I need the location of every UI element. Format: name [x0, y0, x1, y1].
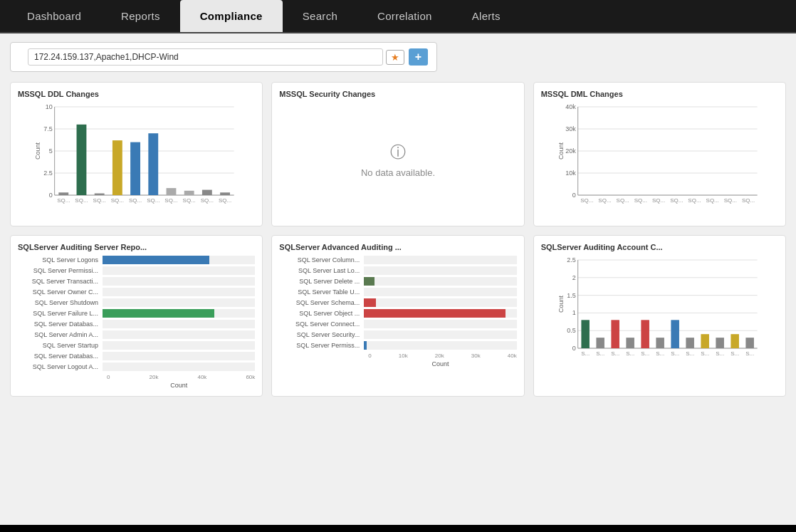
- svg-text:7.5: 7.5: [43, 125, 53, 132]
- axis-label: 10k: [399, 353, 408, 359]
- svg-text:S...: S...: [716, 350, 724, 357]
- hbar-row-sqlserver-advanced-6: SQL Server Connect...: [282, 320, 516, 328]
- main-content: ★ + MSSQL DDL Changes107.552.50CountSQ..…: [0, 33, 796, 525]
- bar-sqlserver-account-4: [641, 320, 649, 348]
- hbar-fill-5: [364, 309, 505, 318]
- hbar-track-10: [103, 363, 255, 371]
- nav-tab-compliance[interactable]: Compliance: [180, 0, 283, 32]
- svg-text:SQ...: SQ...: [670, 197, 683, 204]
- hbar-row-sqlserver-auditing-10: SQL Server Logout A...: [21, 363, 255, 371]
- chart-title-mssql-security: MSSQL Security Changes: [279, 90, 516, 98]
- hbar-label-0: SQL Server Logons: [21, 256, 103, 264]
- svg-text:SQ...: SQ...: [706, 197, 718, 204]
- chart-title-sqlserver-auditing: SQLServer Auditing Server Repo...: [18, 243, 255, 251]
- hbar-track-4: [364, 298, 516, 307]
- bar-sqlserver-account-2: [611, 320, 619, 348]
- hbar-track-1: [364, 266, 516, 275]
- hbar-track-3: [364, 288, 516, 296]
- hbar-track-9: [103, 352, 255, 360]
- hbar-row-sqlserver-auditing-4: SQL Server Shutdown: [21, 298, 255, 307]
- svg-text:SQ...: SQ...: [616, 197, 629, 204]
- nav-tab-correlation[interactable]: Correlation: [357, 0, 452, 32]
- hbar-label-10: SQL Server Logout A...: [21, 363, 103, 370]
- bar-mssql-ddl-4: [130, 142, 140, 195]
- hbar-label-9: SQL Server Databas...: [21, 353, 103, 360]
- hbar-track-5: [103, 309, 255, 318]
- hbar-fill-0: [103, 256, 209, 264]
- hbar-row-sqlserver-advanced-7: SQL Server Security...: [282, 330, 516, 339]
- svg-text:0.5: 0.5: [567, 327, 576, 334]
- svg-text:S...: S...: [701, 350, 709, 357]
- bar-sqlserver-account-9: [716, 338, 724, 348]
- nav-tab-search[interactable]: Search: [283, 0, 357, 32]
- hbar-track-7: [103, 330, 255, 339]
- axis-label: 20k: [150, 374, 159, 380]
- device-add-button[interactable]: +: [409, 48, 428, 66]
- hbar-row-sqlserver-advanced-0: SQL Server Column...: [282, 256, 516, 264]
- hbar-label-4: SQL Server Schema...: [282, 299, 364, 306]
- chart-card-mssql-dml: MSSQL DML Changes40k30k20k10k0CountSQ...…: [533, 82, 786, 226]
- nav-tab-reports[interactable]: Reports: [101, 0, 180, 32]
- nav-tab-dashboard[interactable]: Dashboard: [7, 0, 101, 32]
- bar-mssql-ddl-2: [95, 194, 105, 195]
- svg-text:0: 0: [49, 192, 53, 199]
- chart-card-sqlserver-account: SQLServer Auditing Account C...2.521.510…: [533, 235, 786, 397]
- svg-text:10: 10: [46, 103, 53, 110]
- device-selector-input[interactable]: [28, 48, 383, 66]
- svg-text:Count: Count: [557, 296, 564, 313]
- hbar-label-0: SQL Server Column...: [282, 256, 364, 264]
- chart-card-sqlserver-auditing: SQLServer Auditing Server Repo...SQL Ser…: [10, 235, 263, 397]
- chart-title-mssql-dml: MSSQL DML Changes: [541, 90, 778, 98]
- bar-mssql-ddl-3: [112, 140, 122, 195]
- bar-sqlserver-account-5: [656, 338, 664, 348]
- svg-text:SQ...: SQ...: [129, 197, 142, 204]
- charts-grid: MSSQL DDL Changes107.552.50CountSQ...SQ.…: [10, 82, 786, 397]
- svg-text:5: 5: [49, 147, 53, 155]
- hbar-row-sqlserver-advanced-2: SQL Server Delete ...: [282, 277, 516, 286]
- svg-text:SQ...: SQ...: [652, 197, 665, 204]
- bar-mssql-ddl-9: [220, 192, 230, 195]
- axis-label: 20k: [435, 353, 444, 359]
- svg-text:30k: 30k: [565, 125, 576, 132]
- hbar-row-sqlserver-advanced-4: SQL Server Schema...: [282, 298, 516, 307]
- device-star-button[interactable]: ★: [386, 50, 404, 65]
- svg-text:SQ...: SQ...: [688, 197, 701, 204]
- no-data-text: No data available.: [361, 167, 435, 178]
- hbar-track-0: [364, 256, 516, 264]
- svg-text:SQ...: SQ...: [111, 197, 124, 204]
- svg-text:SQ...: SQ...: [598, 197, 611, 204]
- hbar-track-1: [103, 266, 255, 275]
- no-data-message: ⓘNo data available.: [279, 103, 516, 217]
- hbar-label-8: SQL Server Startup: [21, 342, 103, 349]
- svg-text:0: 0: [572, 192, 575, 199]
- svg-text:2.5: 2.5: [567, 256, 576, 264]
- hbar-track-6: [364, 320, 516, 328]
- svg-text:SQ...: SQ...: [183, 197, 196, 204]
- hbar-row-sqlserver-auditing-2: SQL Server Transacti...: [21, 277, 255, 286]
- svg-text:S...: S...: [596, 350, 604, 357]
- hbar-label-5: SQL Server Failure L...: [21, 310, 103, 317]
- hbar-label-7: SQL Server Admin A...: [21, 331, 103, 338]
- info-icon: ⓘ: [390, 142, 406, 163]
- svg-text:S...: S...: [626, 350, 634, 357]
- hbar-track-2: [364, 277, 516, 286]
- hbar-row-sqlserver-advanced-1: SQL Server Last Lo...: [282, 266, 516, 275]
- hbar-axis-sqlserver-auditing: 020k40k60k: [21, 374, 255, 380]
- svg-text:S...: S...: [611, 350, 619, 357]
- bar-mssql-ddl-1: [77, 125, 87, 195]
- bar-mssql-ddl-8: [202, 190, 212, 195]
- hbar-label-2: SQL Server Transacti...: [21, 278, 103, 285]
- hbar-row-sqlserver-auditing-9: SQL Server Databas...: [21, 352, 255, 360]
- svg-text:SQ...: SQ...: [93, 197, 106, 204]
- bar-mssql-ddl-5: [148, 133, 158, 195]
- hbar-label-1: SQL Server Permissi...: [21, 267, 103, 274]
- hbar-track-8: [103, 341, 255, 350]
- svg-text:SQ...: SQ...: [201, 197, 214, 204]
- hbar-row-sqlserver-auditing-3: SQL Server Owner C...: [21, 288, 255, 296]
- chart-title-sqlserver-advanced: SQLServer Advanced Auditing ...: [279, 243, 516, 251]
- hbar-label-3: SQL Server Owner C...: [21, 288, 103, 296]
- svg-text:SQ...: SQ...: [57, 197, 70, 204]
- hbar-track-0: [103, 256, 255, 264]
- svg-text:40k: 40k: [565, 103, 576, 110]
- nav-tab-alerts[interactable]: Alerts: [452, 0, 520, 32]
